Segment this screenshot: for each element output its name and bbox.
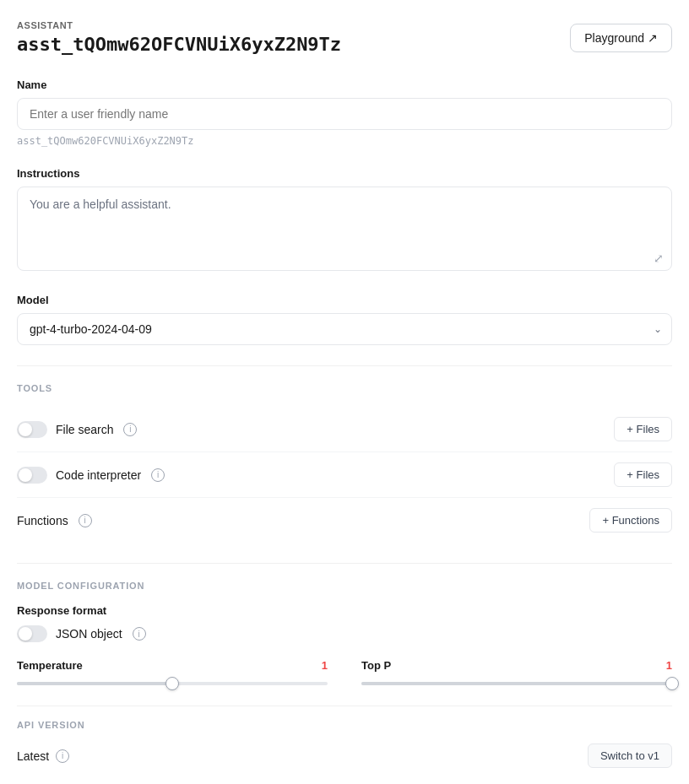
instructions-label: Instructions [17, 167, 672, 180]
file-search-info-icon[interactable]: i [123, 423, 137, 436]
playground-button[interactable]: Playground ↗ [570, 24, 672, 52]
top-p-group: Top P 1 [361, 659, 672, 685]
assistant-label: ASSISTANT [17, 20, 341, 30]
code-interpreter-row: Code interpreter i + Files [17, 452, 672, 498]
model-label: Model [17, 294, 672, 306]
api-version-current: Latest [17, 749, 49, 763]
api-version-section: API VERSION Latest i Switch to v1 [17, 706, 672, 768]
file-search-toggle[interactable] [17, 421, 47, 438]
functions-row: Functions i + Functions [17, 498, 672, 543]
file-search-label: File search [56, 423, 113, 436]
model-config-label: MODEL CONFIGURATION [17, 581, 672, 591]
response-format-label: Response format [17, 604, 672, 617]
top-p-value: 1 [666, 659, 672, 672]
temperature-value: 1 [322, 659, 328, 672]
top-p-fill [361, 682, 672, 685]
code-interpreter-add-button[interactable]: + Files [614, 462, 672, 487]
functions-add-button[interactable]: + Functions [589, 508, 672, 533]
api-version-info-icon[interactable]: i [56, 749, 69, 763]
expand-icon[interactable]: ⤢ [654, 251, 664, 265]
model-select[interactable]: gpt-4-turbo-2024-04-09 [17, 313, 672, 345]
json-object-toggle[interactable] [17, 625, 47, 642]
functions-label: Functions [17, 514, 68, 527]
top-p-label: Top P [361, 659, 391, 672]
config-divider [17, 563, 672, 564]
temperature-thumb[interactable] [165, 677, 179, 690]
tools-section-label: TOOLS [17, 383, 672, 393]
temperature-label: Temperature [17, 659, 83, 672]
code-interpreter-info-icon[interactable]: i [151, 468, 165, 482]
tools-divider [17, 365, 672, 366]
top-p-thumb[interactable] [665, 677, 679, 690]
json-object-info-icon[interactable]: i [133, 627, 146, 641]
code-interpreter-toggle[interactable] [17, 467, 47, 484]
functions-info-icon[interactable]: i [79, 514, 92, 527]
name-input[interactable] [17, 98, 672, 130]
name-label: Name [17, 78, 672, 91]
name-hint: asst_tQOmw620FCVNUiX6yxZ2N9Tz [17, 135, 672, 147]
api-version-label: API VERSION [17, 720, 672, 730]
temperature-fill [17, 682, 172, 685]
switch-to-v1-button[interactable]: Switch to v1 [588, 743, 672, 768]
instructions-textarea[interactable] [17, 187, 672, 271]
assistant-id: asst_tQOmw62OFCVNUiX6yxZ2N9Tz [17, 34, 341, 55]
file-search-add-button[interactable]: + Files [614, 417, 672, 441]
code-interpreter-label: Code interpreter [56, 468, 141, 482]
temperature-group: Temperature 1 [17, 659, 328, 685]
json-object-label: JSON object [56, 627, 122, 641]
file-search-row: File search i + Files [17, 407, 672, 452]
